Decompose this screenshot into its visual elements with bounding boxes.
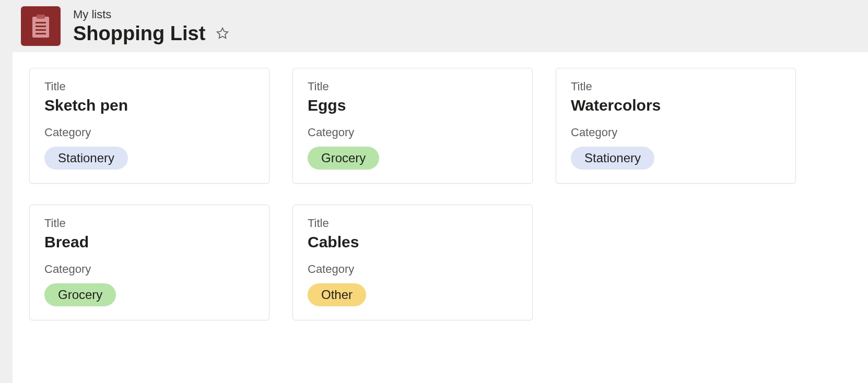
breadcrumb[interactable]: My lists bbox=[73, 8, 231, 21]
svg-rect-2 bbox=[36, 22, 46, 23]
svg-rect-4 bbox=[36, 29, 46, 31]
list-card[interactable]: TitleBreadCategoryGrocery bbox=[29, 205, 269, 320]
item-title: Watercolors bbox=[571, 97, 781, 114]
category-pill: Stationery bbox=[571, 147, 654, 170]
category-field-label: Category bbox=[44, 126, 254, 139]
star-icon bbox=[216, 27, 229, 40]
favorite-button[interactable] bbox=[214, 25, 231, 42]
title-field-label: Title bbox=[44, 217, 254, 230]
list-card[interactable]: TitleWatercolorsCategoryStationery bbox=[556, 68, 796, 184]
list-card[interactable]: TitleCablesCategoryOther bbox=[292, 205, 533, 320]
list-card[interactable]: TitleSketch penCategoryStationery bbox=[29, 68, 269, 184]
svg-rect-3 bbox=[36, 26, 46, 27]
item-title: Cables bbox=[308, 233, 518, 251]
category-field-label: Category bbox=[571, 126, 781, 139]
clipboard-icon bbox=[30, 14, 51, 39]
category-field-label: Category bbox=[44, 262, 254, 276]
page-header: My lists Shopping List bbox=[0, 0, 868, 52]
title-field-label: Title bbox=[308, 80, 518, 93]
svg-rect-1 bbox=[37, 15, 45, 19]
category-field-label: Category bbox=[308, 126, 518, 139]
item-title: Sketch pen bbox=[44, 97, 254, 114]
title-field-label: Title bbox=[571, 80, 781, 93]
category-pill: Other bbox=[308, 283, 366, 306]
list-title: Shopping List bbox=[73, 22, 205, 45]
category-pill: Grocery bbox=[44, 283, 116, 306]
category-pill: Stationery bbox=[44, 147, 128, 170]
list-card[interactable]: TitleEggsCategoryGrocery bbox=[292, 68, 533, 184]
svg-rect-5 bbox=[36, 33, 46, 34]
list-app-icon bbox=[21, 6, 61, 46]
item-title: Eggs bbox=[308, 97, 518, 114]
category-field-label: Category bbox=[308, 262, 518, 276]
card-grid: TitleSketch penCategoryStationeryTitleEg… bbox=[29, 68, 851, 320]
title-field-label: Title bbox=[308, 217, 518, 230]
item-title: Bread bbox=[44, 233, 254, 251]
category-pill: Grocery bbox=[308, 147, 379, 170]
content-area: TitleSketch penCategoryStationeryTitleEg… bbox=[13, 52, 868, 383]
title-field-label: Title bbox=[44, 80, 254, 93]
